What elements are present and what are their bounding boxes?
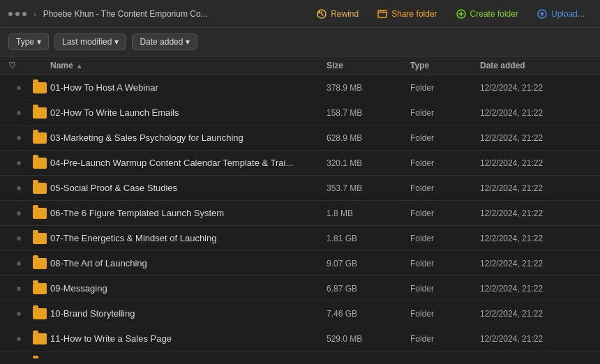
create-folder-button[interactable]: Create folder <box>449 5 525 23</box>
share-folder-button[interactable]: Share folder <box>370 5 444 23</box>
row-size-9: 7.46 GB <box>327 309 410 319</box>
row-folder-icon-0 <box>29 82 50 93</box>
top-bar: › Phoebe Khun - The Content Emporium Co.… <box>0 0 600 28</box>
row-date-8: 12/2/2024, 21:22 <box>480 284 592 294</box>
row-size-1: 158.7 MB <box>327 108 410 118</box>
rewind-icon <box>316 8 327 20</box>
row-folder-icon-8 <box>29 283 50 294</box>
breadcrumb: Phoebe Khun - The Content Emporium Co... <box>43 9 304 19</box>
row-date-1: 12/2/2024, 21:22 <box>480 108 592 118</box>
filter-bar: Type ▾ Last modified ▾ Date added ▾ <box>0 28 600 56</box>
favorite-header-col: ♡ <box>8 61 29 70</box>
row-folder-icon-10 <box>29 333 50 344</box>
row-folder-icon-6 <box>29 233 50 244</box>
row-size-3: 320.1 MB <box>327 158 410 168</box>
row-type-5: Folder <box>410 208 480 218</box>
row-size-10: 529.0 MB <box>327 334 410 344</box>
row-date-3: 12/2/2024, 21:22 <box>480 158 592 168</box>
row-type-1: Folder <box>410 108 480 118</box>
row-folder-icon-9 <box>29 308 50 319</box>
breadcrumb-separator: › <box>33 10 36 18</box>
table-row[interactable]: 12-How To Write Your Authority Bio 76.1 … <box>0 351 600 358</box>
dots-menu[interactable] <box>8 12 27 16</box>
row-type-0: Folder <box>410 83 480 93</box>
row-name-5: 06-The 6 Figure Templated Launch System <box>50 208 327 218</box>
name-column-header[interactable]: Name ▲ <box>50 61 327 70</box>
table-row[interactable]: 02-How To Write Launch Emails 158.7 MB F… <box>0 100 600 126</box>
share-folder-label: Share folder <box>391 9 437 19</box>
upload-button[interactable]: Upload... <box>530 5 592 23</box>
upload-icon <box>537 8 548 20</box>
type-filter-label: Type <box>16 37 34 47</box>
date-added-filter-label: Date added <box>140 37 183 47</box>
row-date-10: 12/2/2024, 21:22 <box>480 334 592 344</box>
row-dot-2 <box>8 136 29 140</box>
date-column-header[interactable]: Date added <box>480 61 592 70</box>
row-name-7: 08-The Art of Launching <box>50 258 327 268</box>
row-dot-4 <box>8 186 29 190</box>
row-dot-5 <box>8 211 29 215</box>
row-folder-icon-11 <box>29 358 50 359</box>
row-date-5: 12/2/2024, 21:22 <box>480 208 592 218</box>
table-row[interactable]: 07-The Energetics & Mindset of Lauching … <box>0 226 600 251</box>
table-row[interactable]: 08-The Art of Launching 9.07 GB Folder 1… <box>0 251 600 276</box>
table-header: ♡ Name ▲ Size Type Date added <box>0 56 600 75</box>
row-size-6: 1.81 GB <box>327 234 410 243</box>
row-size-0: 378.9 MB <box>327 83 410 93</box>
row-date-7: 12/2/2024, 21:22 <box>480 259 592 268</box>
table-row[interactable]: 10-Brand Storytelling 7.46 GB Folder 12/… <box>0 301 600 326</box>
row-folder-icon-1 <box>29 107 50 119</box>
type-column-header[interactable]: Type <box>410 61 480 70</box>
row-type-10: Folder <box>410 334 480 344</box>
table-row[interactable]: 01-How To Host A Webinar 378.9 MB Folder… <box>0 75 600 100</box>
type-filter-chevron: ▾ <box>37 37 41 47</box>
row-folder-icon-5 <box>29 208 50 219</box>
row-size-7: 9.07 GB <box>327 259 410 268</box>
row-name-6: 07-The Energetics & Mindset of Lauching <box>50 233 327 243</box>
table-row[interactable]: 04-Pre-Launch Warmup Content Calendar Te… <box>0 151 600 176</box>
create-folder-icon <box>456 8 467 20</box>
row-name-8: 09-Messaging <box>50 283 327 294</box>
size-column-header[interactable]: Size <box>327 61 410 70</box>
file-list: 01-How To Host A Webinar 378.9 MB Folder… <box>0 75 600 358</box>
type-filter[interactable]: Type ▾ <box>8 33 49 50</box>
last-modified-filter[interactable]: Last modified ▾ <box>54 33 126 50</box>
row-folder-icon-3 <box>29 158 50 169</box>
row-size-4: 353.7 MB <box>327 183 410 193</box>
last-modified-label: Last modified <box>62 37 112 47</box>
row-type-6: Folder <box>410 234 480 243</box>
date-added-filter[interactable]: Date added ▾ <box>132 33 197 50</box>
row-name-10: 11-How to Write a Sales Page <box>50 333 327 344</box>
table-row[interactable]: 11-How to Write a Sales Page 529.0 MB Fo… <box>0 326 600 351</box>
upload-label: Upload... <box>551 9 585 19</box>
row-size-8: 6.87 GB <box>327 284 410 294</box>
row-date-6: 12/2/2024, 21:22 <box>480 234 592 243</box>
row-name-0: 01-How To Host A Webinar <box>50 82 327 93</box>
row-type-8: Folder <box>410 284 480 294</box>
row-dot-10 <box>8 337 29 341</box>
table-row[interactable]: 05-Social Proof & Case Studies 353.7 MB … <box>0 176 600 201</box>
row-name-2: 03-Marketing & Sales Psychology for Laun… <box>50 132 327 143</box>
rewind-button[interactable]: Rewind <box>309 5 366 23</box>
date-added-filter-chevron: ▾ <box>186 37 190 47</box>
row-date-2: 12/2/2024, 21:22 <box>480 133 592 143</box>
share-icon <box>377 8 388 20</box>
toolbar-actions: Rewind Share folder Create folder <box>309 5 592 23</box>
row-date-9: 12/2/2024, 21:22 <box>480 309 592 319</box>
row-date-4: 12/2/2024, 21:22 <box>480 183 592 193</box>
table-row[interactable]: 06-The 6 Figure Templated Launch System … <box>0 201 600 226</box>
table-row[interactable]: 09-Messaging 6.87 GB Folder 12/2/2024, 2… <box>0 276 600 301</box>
row-dot-7 <box>8 261 29 266</box>
row-dot-1 <box>8 111 29 115</box>
row-name-9: 10-Brand Storytelling <box>50 308 327 319</box>
row-folder-icon-7 <box>29 258 50 269</box>
row-folder-icon-4 <box>29 183 50 194</box>
row-dot-0 <box>8 86 29 90</box>
row-name-3: 04-Pre-Launch Warmup Content Calendar Te… <box>50 158 327 168</box>
table-row[interactable]: 03-Marketing & Sales Psychology for Laun… <box>0 126 600 151</box>
rewind-label: Rewind <box>331 9 359 19</box>
create-folder-label: Create folder <box>470 9 518 19</box>
row-dot-8 <box>8 287 29 291</box>
row-type-9: Folder <box>410 309 480 319</box>
last-modified-chevron: ▾ <box>114 37 119 47</box>
